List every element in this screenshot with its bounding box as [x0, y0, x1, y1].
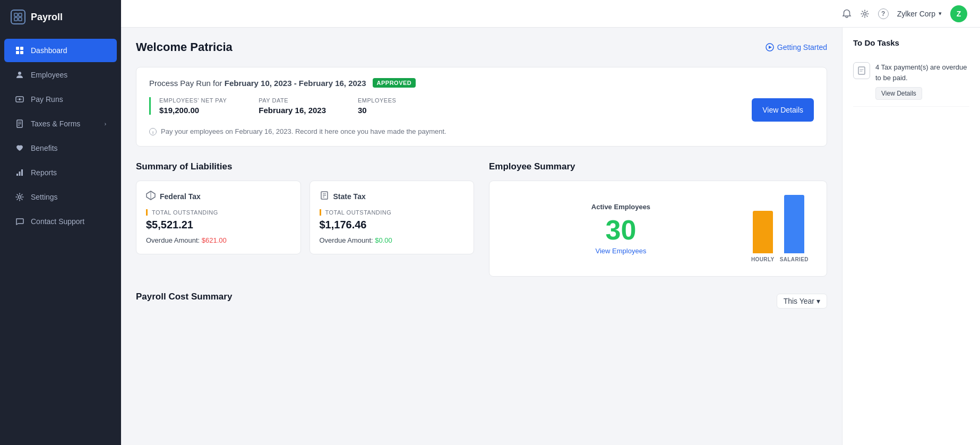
page-title: Welcome Patricia	[136, 40, 233, 54]
todo-item-icon	[853, 62, 870, 79]
sidebar-item-label: Employees	[31, 71, 106, 79]
state-overdue-label: Overdue Amount:	[320, 236, 373, 244]
sidebar-item-label: Pay Runs	[31, 95, 106, 104]
state-tax-header: State Tax	[320, 191, 465, 202]
view-employees-link[interactable]: View Employees	[596, 247, 647, 255]
payroll-icon	[11, 10, 25, 24]
federal-outstanding-value: $5,521.21	[146, 219, 291, 231]
chevron-down-icon: ▾	[939, 10, 942, 17]
sidebar: Payroll Dashboard Employee	[0, 0, 121, 445]
employee-summary-title: Employee Summary	[489, 161, 827, 172]
liability-cards: Federal Tax TOTAL OUTSTANDING $5,521.21 …	[136, 181, 474, 254]
state-tax-icon	[320, 191, 329, 202]
payrun-card: Process Pay Run for February 10, 2023 - …	[136, 67, 827, 147]
contact-support-icon	[15, 217, 24, 226]
sidebar-logo: Payroll	[0, 0, 121, 34]
svg-rect-3	[19, 18, 22, 21]
svg-rect-18	[19, 172, 21, 176]
pay-date-label: PAY DATE	[259, 97, 326, 104]
sidebar-item-benefits[interactable]: Benefits	[4, 136, 117, 160]
main-wrap: ? Zylker Corp ▾ Z Welcome Patricia Getti…	[121, 0, 980, 445]
svg-rect-5	[20, 47, 23, 50]
getting-started-link[interactable]: Getting Started	[766, 43, 827, 52]
dashboard-icon	[15, 46, 24, 55]
sidebar-item-label: Dashboard	[31, 46, 106, 55]
todo-title: To Do Tasks	[853, 38, 969, 47]
hourly-label: HOURLY	[751, 256, 775, 262]
state-tax-card: State Tax TOTAL OUTSTANDING $1,176.46 Ov…	[310, 181, 475, 254]
salaried-bar-wrap: SALARIED	[780, 195, 809, 262]
payroll-cost-section: Payroll Cost Summary This Year ▾	[136, 292, 827, 311]
employees-icon	[15, 70, 24, 80]
svg-rect-17	[16, 174, 18, 176]
year-selector-label: This Year	[784, 297, 814, 305]
payrun-date-range: February 10, 2023 - February 16, 2023	[225, 79, 366, 88]
net-pay-label: EMPLOYEES' NET PAY	[159, 97, 227, 104]
page-header: Welcome Patricia Getting Started	[136, 40, 827, 54]
payrun-note: i Pay your employees on February 16, 202…	[149, 127, 814, 135]
payrun-note-text: Pay your employees on February 16, 2023.…	[161, 127, 446, 135]
payrun-header: Process Pay Run for February 10, 2023 - …	[149, 78, 814, 88]
federal-tax-card: Federal Tax TOTAL OUTSTANDING $5,521.21 …	[136, 181, 301, 254]
liabilities-section: Summary of Liabilities	[136, 161, 474, 277]
svg-point-10	[19, 98, 21, 100]
todo-item: 4 Tax payment(s) are overdue to be paid.…	[853, 56, 969, 107]
svg-rect-4	[16, 47, 19, 50]
sidebar-item-taxes-forms[interactable]: Taxes & Forms ›	[4, 112, 117, 135]
todo-view-details-button[interactable]: View Details	[875, 87, 922, 100]
sidebar-item-label: Taxes & Forms	[31, 119, 98, 128]
right-panel: To Do Tasks 4 Tax payment(s) are overdue…	[842, 28, 980, 445]
benefits-icon	[15, 143, 24, 153]
todo-item-content: 4 Tax payment(s) are overdue to be paid.…	[875, 62, 969, 100]
net-pay-item: EMPLOYEES' NET PAY $19,200.00	[159, 97, 227, 115]
employees-item: EMPLOYEES 30	[358, 97, 396, 115]
sidebar-item-contact-support[interactable]: Contact Support	[4, 210, 117, 233]
svg-rect-0	[14, 13, 18, 16]
svg-point-21	[863, 12, 866, 15]
main-content: Welcome Patricia Getting Started Process…	[121, 28, 842, 445]
sidebar-item-reports[interactable]: Reports	[4, 161, 117, 184]
reports-icon	[15, 168, 24, 177]
employee-count: 30	[606, 216, 637, 244]
svg-rect-7	[20, 51, 23, 54]
state-overdue-row: Overdue Amount: $0.00	[320, 236, 465, 244]
net-pay-value: $19,200.00	[159, 106, 227, 115]
year-selector[interactable]: This Year ▾	[777, 294, 827, 309]
employee-summary-card: Active Employees 30 View Employees HOURL…	[489, 181, 827, 277]
svg-rect-1	[19, 13, 22, 16]
sidebar-item-pay-runs[interactable]: Pay Runs	[4, 88, 117, 111]
view-details-button[interactable]: View Details	[752, 98, 814, 122]
help-icon[interactable]: ?	[878, 8, 889, 19]
svg-rect-19	[21, 169, 23, 176]
federal-overdue-label: Overdue Amount:	[146, 236, 200, 244]
salaried-label: SALARIED	[780, 256, 809, 262]
state-tax-label: State Tax	[333, 192, 366, 201]
sidebar-item-label: Benefits	[31, 144, 106, 152]
todo-item-text: 4 Tax payment(s) are overdue to be paid.	[875, 62, 969, 83]
bell-icon[interactable]	[842, 9, 852, 19]
federal-tax-icon	[146, 191, 156, 202]
sidebar-item-label: Contact Support	[31, 217, 106, 226]
federal-overdue-value: $621.00	[202, 236, 227, 244]
avatar: Z	[950, 5, 967, 22]
employees-value: 30	[358, 106, 396, 115]
sidebar-item-dashboard[interactable]: Dashboard	[4, 39, 117, 62]
sidebar-item-label: Reports	[31, 168, 106, 177]
sidebar-logo-label: Payroll	[31, 12, 63, 23]
org-selector[interactable]: Zylker Corp ▾	[897, 10, 942, 18]
getting-started-label: Getting Started	[777, 43, 827, 52]
topbar-settings-icon[interactable]	[860, 9, 870, 19]
sidebar-item-settings[interactable]: Settings	[4, 185, 117, 209]
sidebar-item-employees[interactable]: Employees	[4, 63, 117, 87]
liabilities-title: Summary of Liabilities	[136, 161, 474, 172]
employees-label: EMPLOYEES	[358, 97, 396, 104]
svg-rect-32	[858, 67, 865, 74]
svg-marker-23	[769, 46, 772, 49]
svg-point-20	[19, 196, 21, 199]
settings-icon	[15, 192, 24, 202]
chevron-right-icon: ›	[105, 121, 106, 127]
employee-chart: HOURLY SALARIED	[743, 191, 817, 267]
svg-rect-6	[16, 51, 19, 54]
chevron-down-icon: ▾	[816, 297, 820, 305]
pay-date-item: PAY DATE February 16, 2023	[259, 97, 326, 115]
